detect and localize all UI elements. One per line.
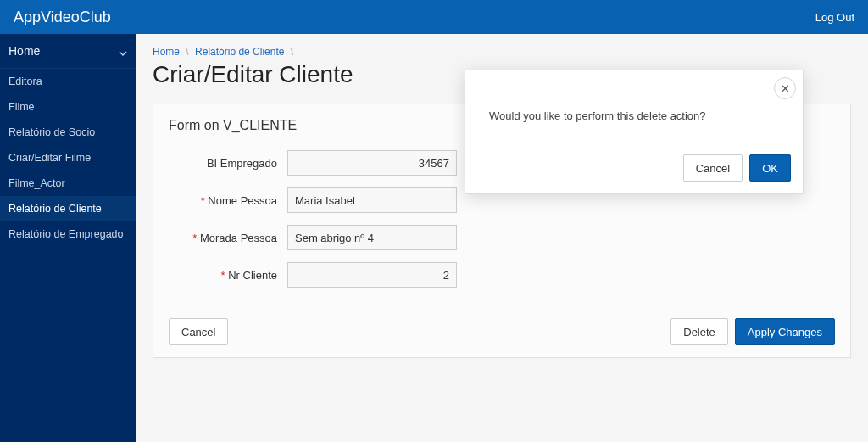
- dialog-cancel-button[interactable]: Cancel: [683, 154, 743, 182]
- dialog-message: Would you like to perform this delete ac…: [465, 70, 803, 146]
- dialog-close-button[interactable]: ✕: [774, 77, 796, 99]
- modal-backdrop: [0, 0, 868, 442]
- dialog-ok-button[interactable]: OK: [749, 154, 791, 182]
- dialog-footer: Cancel OK: [465, 146, 803, 193]
- close-icon: ✕: [781, 82, 790, 95]
- confirm-dialog: ✕ Would you like to perform this delete …: [465, 70, 804, 194]
